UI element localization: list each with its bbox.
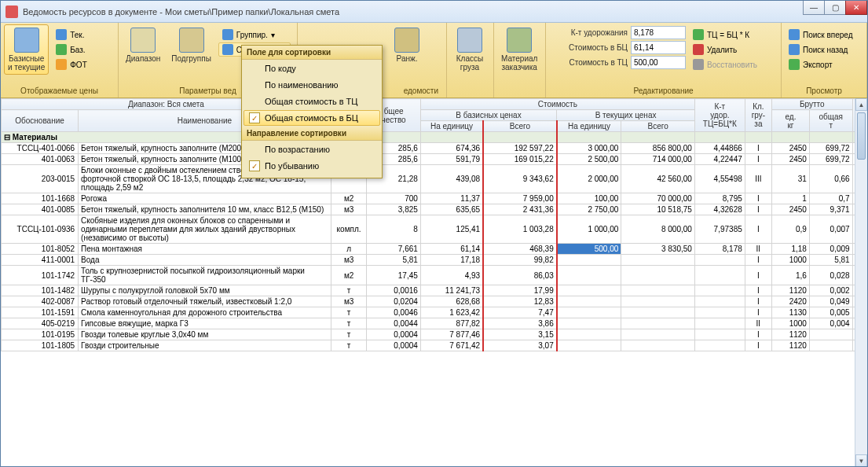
scroll-up-button[interactable]: ▲ [855, 98, 867, 111]
col-kt[interactable]: К-т удор. ТЦ=БЦ*К [694, 99, 745, 132]
cell-t-ed[interactable]: 2 500,00 [557, 154, 621, 165]
material-button[interactable]: Материал заказчика [497, 24, 541, 75]
table-row[interactable]: ТССЦ-401-0066Бетон тяжелый, крупность за… [2, 143, 867, 154]
cell-t-ed[interactable]: 500,00 [557, 244, 621, 255]
search-forward-button[interactable]: Поиск вперед [785, 28, 857, 42]
cell-t-ed[interactable] [557, 285, 621, 296]
diapazon-button[interactable]: Диапазон [122, 24, 164, 66]
col-kl[interactable]: Кл. гру- за [745, 99, 771, 132]
sort-by-bc[interactable]: ✓Общая стоимость в БЦ [244, 110, 380, 126]
doc-icon [56, 59, 67, 70]
sort-desc[interactable]: ✓По убыванию [244, 158, 380, 174]
col-vtek[interactable]: В текущих ценах [557, 110, 695, 121]
cell-t-ed[interactable] [557, 318, 621, 329]
cell-kt [694, 329, 745, 340]
cell-code: ТССЦ-401-0066 [2, 143, 79, 154]
cell-kg: 1120 [771, 329, 809, 340]
cell-t-ed[interactable]: 3 000,00 [557, 143, 621, 154]
group-label: Отображаемые цены [4, 86, 115, 97]
cell-t-ed[interactable] [557, 329, 621, 340]
cell-b-ed: 591,79 [420, 154, 483, 165]
cell-t-ed[interactable] [557, 255, 621, 266]
tc-eq-button[interactable]: ТЦ = БЦ * К [689, 28, 761, 42]
col-t-vs[interactable]: Всего [621, 121, 695, 132]
cell-b-ed: 877,82 [420, 318, 483, 329]
stbc-label: Стоимость в БЦ [549, 43, 628, 52]
cell-b-ed: 11,37 [420, 193, 483, 204]
table-icon [130, 28, 156, 53]
grid-container: Диапазон: Вся смета бщее чество Стоимост… [1, 98, 867, 467]
fot-button[interactable]: ФОТ [52, 57, 91, 72]
search-back-button[interactable]: Поиск назад [785, 42, 857, 57]
category-row[interactable]: ⊟ Материалы [2, 132, 867, 143]
stbc-input[interactable] [631, 41, 686, 54]
col-stoimost[interactable]: Стоимость [420, 99, 694, 110]
cell-t-ed[interactable]: 2 000,00 [557, 165, 621, 193]
table-row[interactable]: 101-1668Рогожам270011,377 959,00100,0070… [2, 193, 867, 204]
table-row[interactable]: 405-0219Гипсовые вяжущие, марка Г3т0,004… [2, 318, 867, 329]
export-button[interactable]: Экспорт [785, 57, 857, 72]
table-row[interactable]: 401-0085Бетон тяжелый, крупность заполни… [2, 204, 867, 215]
ranzh-button[interactable]: Ранж. [387, 24, 427, 66]
table-row[interactable]: ТССЦ-101-0936Скобяные изделия для оконны… [2, 215, 867, 244]
group-button[interactable]: Группир. ▾ [218, 28, 291, 42]
sort-by-code[interactable]: По коду [244, 61, 380, 76]
cell-t-ed[interactable] [557, 266, 621, 285]
klassy-button[interactable]: Классы груза [450, 24, 489, 75]
col-brutto[interactable]: Брутто [771, 99, 852, 110]
cell-t-ed[interactable] [557, 296, 621, 307]
close-button[interactable]: ✕ [845, 1, 867, 15]
vertical-scrollbar[interactable]: ▲ ▼ [855, 98, 867, 467]
sort-by-tc[interactable]: Общая стоимость в ТЦ [244, 94, 380, 109]
cell-t: 0,028 [809, 266, 852, 285]
cell-t: 0,049 [809, 296, 852, 307]
sttc-input[interactable] [631, 56, 686, 69]
resources-grid[interactable]: Диапазон: Вся смета бщее чество Стоимост… [1, 98, 867, 351]
cell-t-ed[interactable]: 100,00 [557, 193, 621, 204]
table-row[interactable]: 101-1591Смола каменноугольная для дорожн… [2, 307, 867, 318]
cell-t-ed[interactable] [557, 307, 621, 318]
table-row[interactable]: 411-0001Водам35,8117,1899,82I10005,81 [2, 255, 867, 266]
col-t-ed[interactable]: На единицу [557, 121, 621, 132]
col-obsht[interactable]: общая т [809, 110, 852, 132]
window-title: Ведомость ресурсов в документе - Мои сме… [23, 7, 339, 17]
doc-icon [56, 44, 67, 55]
table-row[interactable]: 101-8052Пена монтажнаял7,66161,14468,395… [2, 244, 867, 255]
sort-by-name[interactable]: По наименованию [244, 77, 380, 93]
restore-button[interactable]: Восстановить [689, 57, 761, 72]
baz-button[interactable]: Баз. [52, 42, 91, 57]
table-row[interactable]: 203-0015Блоки оконные с двойным остеклен… [2, 165, 867, 193]
table-row[interactable]: 101-1805Гвозди строительныет0,00047 671,… [2, 340, 867, 351]
cell-qty: 17,45 [367, 266, 420, 285]
delete-button[interactable]: Удалить [689, 42, 761, 57]
podgruppy-button[interactable]: Подгруппы [167, 24, 214, 66]
cell-name: Толь с крупнозернистой посыпкой гидроизо… [79, 266, 331, 285]
search-icon [789, 44, 800, 55]
table-row[interactable]: 402-0087Раствор готовый отделочный тяжел… [2, 296, 867, 307]
table-row[interactable]: 101-1482Шурупы с полукруглой головкой 5х… [2, 285, 867, 296]
sort-asc[interactable]: По возрастанию [244, 142, 380, 157]
prices-base-current-button[interactable]: Базисные и текущие [4, 24, 49, 75]
col-edkg[interactable]: ед. кг [771, 110, 809, 132]
cell-b-vs: 86,03 [483, 266, 557, 285]
col-b-ed[interactable]: На единицу [420, 121, 483, 132]
col-vbaz[interactable]: В базисных ценах [420, 110, 556, 121]
table-row[interactable]: 101-0195Гвозди толевые круглые 3,0х40 мм… [2, 329, 867, 340]
maximize-button[interactable]: ▢ [824, 1, 846, 15]
table-row[interactable]: 401-0063Бетон тяжелый, крупность заполни… [2, 154, 867, 165]
cell-t-ed[interactable]: 2 750,00 [557, 204, 621, 215]
cell-t-ed[interactable]: 1 000,00 [557, 215, 621, 244]
cell-code: 401-0085 [2, 204, 79, 215]
minimize-button[interactable]: — [803, 1, 825, 15]
cell-t-ed[interactable] [557, 340, 621, 351]
cell-t: 699,72 [809, 154, 852, 165]
col-b-vs[interactable]: Всего [483, 121, 557, 132]
kt-input[interactable] [631, 26, 686, 39]
cell-um: т [331, 329, 367, 340]
tek-button[interactable]: Тек. [52, 28, 91, 42]
col-obosn[interactable]: Обоснование [2, 110, 79, 132]
cell-qty: 3,825 [367, 204, 420, 215]
scrollbar-thumb[interactable] [857, 112, 866, 160]
table-row[interactable]: 101-1742Толь с крупнозернистой посыпкой … [2, 266, 867, 285]
scroll-down-button[interactable]: ▼ [855, 454, 867, 467]
